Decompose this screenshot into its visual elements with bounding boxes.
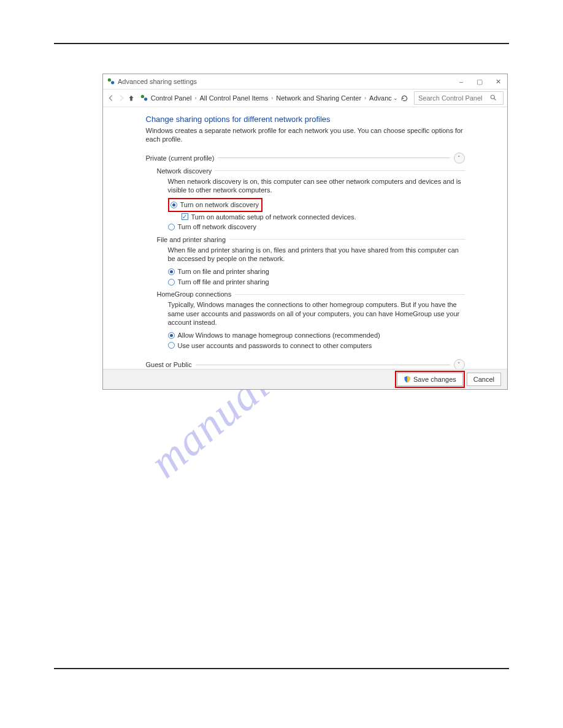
profile-guest-header[interactable]: Guest or Public ˅ — [146, 359, 465, 370]
profile-private-header[interactable]: Private (current profile) ˄ — [146, 153, 465, 164]
checkbox-label: Turn on automatic setup of network conne… — [191, 212, 356, 222]
search-icon — [489, 94, 497, 102]
radio-label: Turn on file and printer sharing — [178, 267, 269, 277]
breadcrumb-item[interactable]: Control Panel — [151, 94, 192, 102]
network-sharing-icon — [107, 77, 115, 86]
radio-icon — [168, 268, 175, 275]
breadcrumb-item[interactable]: Advanced sharing settings — [369, 94, 392, 102]
breadcrumb: Control Panel › All Control Panel Items … — [151, 94, 392, 102]
window-title: Advanced sharing settings — [118, 78, 197, 85]
network-discovery-title: Network discovery — [157, 167, 212, 175]
radio-icon — [170, 202, 177, 208]
window-controls: – ▢ ✕ — [452, 74, 507, 89]
chevron-right-icon: › — [271, 95, 273, 101]
checkbox-icon — [182, 213, 188, 220]
homegroup-desc: Typically, Windows manages the connectio… — [168, 300, 465, 327]
highlight-turn-on-discovery: Turn on network discovery — [168, 198, 263, 212]
radio-label: Allow Windows to manage homegroup connec… — [178, 330, 380, 341]
svg-line-5 — [494, 99, 496, 100]
svg-point-3 — [144, 97, 147, 100]
refresh-button[interactable] — [400, 93, 409, 104]
radio-label: Use user accounts and passwords to conne… — [178, 341, 372, 351]
radio-use-credentials[interactable]: Use user accounts and passwords to conne… — [168, 341, 465, 351]
profile-guest-label: Guest or Public — [146, 361, 192, 368]
content-area: Change sharing options for different net… — [103, 106, 507, 370]
page-intro: Windows creates a separate network profi… — [146, 126, 465, 149]
save-changes-button[interactable]: Save changes — [397, 373, 463, 386]
checkbox-auto-setup[interactable]: Turn on automatic setup of network conne… — [182, 212, 465, 222]
file-printer-title: File and printer sharing — [157, 236, 226, 243]
back-button[interactable] — [107, 93, 116, 104]
cancel-label: Cancel — [473, 376, 494, 383]
titlebar: Advanced sharing settings – ▢ ✕ — [103, 74, 507, 89]
up-button[interactable] — [127, 93, 136, 104]
cancel-button[interactable]: Cancel — [467, 373, 501, 386]
radio-turn-off-discovery[interactable]: Turn off network discovery — [168, 222, 465, 232]
forward-button[interactable] — [117, 93, 126, 104]
chevron-up-icon[interactable]: ˄ — [454, 153, 465, 164]
search-box[interactable] — [414, 91, 504, 105]
svg-point-1 — [111, 81, 114, 84]
radio-icon — [168, 224, 175, 230]
radio-label: Turn off network discovery — [178, 222, 256, 232]
breadcrumb-history-dropdown[interactable]: ⌄ — [392, 95, 399, 101]
network-discovery-section: Network discovery When network discovery… — [157, 167, 465, 232]
file-printer-sharing-section: File and printer sharing When file and p… — [157, 236, 465, 287]
navigation-bar: Control Panel › All Control Panel Items … — [103, 89, 507, 107]
svg-point-0 — [108, 78, 111, 82]
svg-point-4 — [491, 95, 494, 99]
maximize-button[interactable]: ▢ — [470, 74, 489, 89]
radio-icon — [168, 279, 175, 286]
radio-turn-on-file-sharing[interactable]: Turn on file and printer sharing — [168, 267, 465, 277]
close-button[interactable]: ✕ — [489, 74, 507, 89]
location-icon — [140, 94, 148, 102]
breadcrumb-item[interactable]: All Control Panel Items — [199, 94, 268, 102]
chevron-right-icon: › — [194, 95, 196, 101]
chevron-down-icon[interactable]: ˅ — [454, 359, 465, 370]
search-input[interactable] — [417, 94, 487, 102]
radio-icon — [168, 332, 175, 339]
page-heading: Change sharing options for different net… — [146, 112, 465, 126]
breadcrumb-item[interactable]: Network and Sharing Center — [276, 94, 361, 102]
radio-label: Turn off file and printer sharing — [178, 277, 269, 287]
window-advanced-sharing: Advanced sharing settings – ▢ ✕ — [102, 74, 508, 390]
chevron-right-icon: › — [364, 95, 366, 101]
save-changes-label: Save changes — [413, 376, 456, 383]
page-rule-top — [54, 43, 509, 44]
file-printer-desc: When file and printer sharing is on, fil… — [168, 246, 465, 264]
shield-icon — [404, 376, 411, 383]
page-rule-bottom — [54, 668, 509, 669]
radio-turn-on-discovery[interactable]: Turn on network discovery — [170, 200, 259, 210]
minimize-button[interactable]: – — [452, 74, 470, 89]
footer-bar: Save changes Cancel — [103, 369, 507, 389]
svg-point-2 — [140, 95, 144, 98]
radio-turn-off-file-sharing[interactable]: Turn off file and printer sharing — [168, 277, 465, 287]
radio-icon — [168, 342, 175, 349]
network-discovery-desc: When network discovery is on, this compu… — [168, 177, 465, 195]
radio-allow-windows-manage[interactable]: Allow Windows to manage homegroup connec… — [168, 330, 465, 341]
homegroup-title: HomeGroup connections — [157, 290, 232, 298]
profile-private-label: Private (current profile) — [146, 154, 215, 162]
radio-label: Turn on network discovery — [180, 200, 259, 210]
homegroup-section: HomeGroup connections Typically, Windows… — [157, 290, 465, 351]
